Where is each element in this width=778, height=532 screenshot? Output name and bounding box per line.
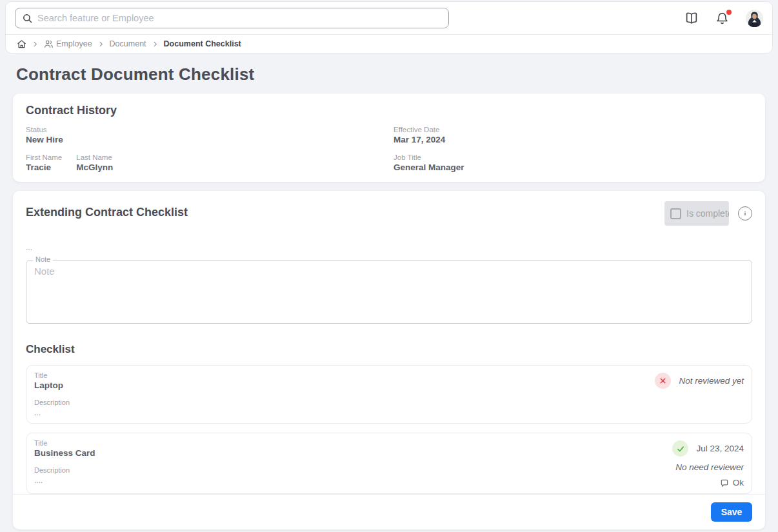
breadcrumb-home[interactable] — [17, 39, 26, 49]
note-textarea[interactable] — [34, 266, 744, 321]
breadcrumb: Employee Document Document Checklist — [6, 35, 772, 53]
note-textarea-field[interactable]: Note — [26, 260, 752, 324]
chevron-right-icon — [97, 41, 105, 48]
chevron-right-icon — [32, 41, 39, 48]
breadcrumb-item-document[interactable]: Document — [110, 39, 146, 48]
book-icon[interactable] — [684, 11, 699, 25]
checklist-item-info: Title Laptop Description ... — [34, 371, 655, 417]
bell-icon[interactable] — [715, 12, 729, 25]
global-search[interactable] — [15, 8, 449, 28]
description-block: Description .... — [34, 466, 672, 485]
topbar-main-row — [6, 2, 772, 34]
item-title: Business Card — [34, 448, 672, 458]
search-input[interactable] — [37, 13, 442, 23]
checklist-item: Title Laptop Description ... Not reviewe… — [26, 365, 752, 424]
checklist-item-status: Jul 23, 2024 No need reviewer Ok — [672, 439, 744, 488]
field-first-name: First Name Tracie — [26, 153, 62, 172]
user-avatar[interactable] — [746, 10, 763, 27]
contract-history-title: Contract History — [26, 104, 752, 117]
field-value: McGlynn — [76, 163, 113, 172]
contract-history-card: Contract History Status New Hire Effecti… — [13, 94, 765, 182]
item-description: .... — [34, 476, 672, 485]
note-comment-icon — [720, 478, 729, 488]
contract-history-fields: Status New Hire Effective Date Mar 17, 2… — [26, 126, 752, 172]
checklist-item-status: Not reviewed yet — [655, 371, 744, 417]
is-complete-checkbox[interactable]: Is complete — [664, 201, 729, 226]
users-icon — [44, 39, 54, 49]
review-date: Jul 23, 2024 — [696, 444, 744, 453]
field-status: Status New Hire — [26, 126, 394, 144]
notification-badge — [726, 10, 732, 15]
field-value: New Hire — [26, 135, 394, 144]
field-label: First Name — [26, 153, 62, 161]
status-row: Jul 23, 2024 — [672, 440, 744, 457]
title-label: Title — [34, 439, 672, 447]
field-value: Tracie — [26, 163, 62, 172]
breadcrumb-item-employee[interactable]: Employee — [44, 39, 92, 49]
field-label: Job Title — [394, 153, 752, 161]
extending-checklist-title: Extending Contract Checklist — [26, 206, 188, 219]
card-footer: Save — [13, 495, 765, 529]
field-job-title: Job Title General Manager — [394, 153, 752, 172]
description-label: Description — [34, 466, 672, 474]
is-complete-label: Is complete — [686, 208, 729, 219]
description-label: Description — [34, 399, 655, 406]
title-label: Title — [34, 371, 655, 379]
field-name-pair: First Name Tracie Last Name McGlynn — [26, 153, 394, 172]
review-status-text: No need reviewer — [675, 462, 744, 472]
status-row: Not reviewed yet — [655, 373, 744, 389]
checklist-item-info: Title Business Card Description .... — [34, 439, 672, 488]
field-effective-date: Effective Date Mar 17, 2024 — [394, 126, 752, 144]
checklist-item: Title Business Card Description .... Jul… — [26, 433, 752, 494]
approved-icon — [672, 440, 688, 457]
save-button[interactable]: Save — [711, 502, 752, 522]
checkbox-icon — [670, 208, 681, 219]
field-value: Mar 17, 2024 — [394, 135, 752, 144]
review-status-text: Not reviewed yet — [679, 376, 744, 386]
breadcrumb-label: Employee — [56, 39, 92, 48]
extending-checklist-card: Extending Contract Checklist Is complete… — [13, 191, 765, 529]
field-value: General Manager — [394, 163, 752, 172]
chevron-right-icon — [152, 41, 159, 48]
field-last-name: Last Name McGlynn — [76, 153, 113, 172]
field-label: Status — [26, 126, 394, 133]
item-description: ... — [34, 408, 655, 417]
description-block: Description ... — [34, 399, 655, 417]
breadcrumb-item-document-checklist: Document Checklist — [164, 39, 241, 48]
reviewer-note-text: Ok — [733, 478, 744, 488]
field-label: Last Name — [76, 153, 113, 161]
breadcrumb-label: Document — [110, 39, 146, 48]
checklist-heading: Checklist — [13, 343, 765, 356]
extending-checklist-header: Extending Contract Checklist Is complete — [13, 201, 765, 226]
search-icon — [22, 13, 33, 24]
checklist-summary-text: ... — [13, 243, 765, 252]
info-icon[interactable] — [738, 206, 752, 221]
item-title: Laptop — [34, 380, 655, 390]
topbar: Employee Document Document Checklist — [5, 1, 773, 54]
header-right-controls: Is complete — [664, 201, 752, 226]
breadcrumb-label: Document Checklist — [164, 39, 241, 48]
page-title: Contract Document Checklist — [16, 64, 778, 84]
reviewer-note-row: Ok — [720, 478, 744, 488]
rejected-icon — [655, 373, 671, 389]
topbar-actions — [684, 10, 763, 27]
note-field-label: Note — [33, 255, 53, 263]
field-label: Effective Date — [394, 126, 752, 133]
